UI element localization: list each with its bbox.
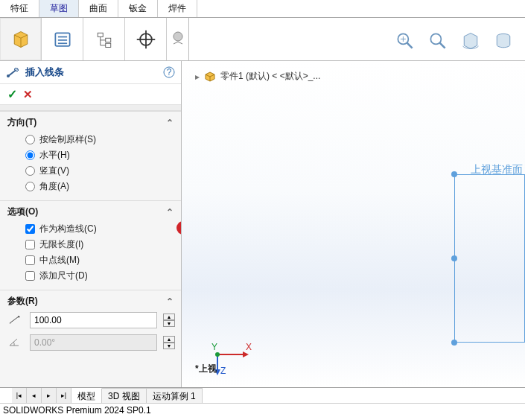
chevron-up-icon: ⌃ — [166, 296, 174, 307]
spin-down: ▼ — [163, 343, 175, 349]
svg-rect-5 — [105, 38, 110, 42]
part-icon — [204, 71, 216, 82]
tab-features[interactable]: 特征 — [0, 0, 39, 17]
svg-rect-4 — [98, 33, 103, 36]
check-midpoint-line[interactable]: 中点线(M) — [25, 252, 174, 268]
bottom-tab-3dview[interactable]: 3D 视图 — [102, 388, 147, 403]
svg-point-16 — [7, 74, 10, 77]
angle-icon — [6, 337, 24, 349]
chevron-up-icon: ⌃ — [166, 118, 174, 128]
plane-handle[interactable] — [451, 171, 457, 177]
svg-line-14 — [440, 42, 445, 48]
group-direction: 方向(T)⌃ 按绘制原样(S) 水平(H) 竖直(V) 角度(A) — [0, 111, 181, 200]
length-icon — [6, 314, 24, 327]
panel-title: 插入线条 — [25, 66, 64, 79]
svg-marker-20 — [243, 351, 249, 357]
panel-tab-overflow[interactable] — [167, 18, 189, 60]
tab-sheetmetal[interactable]: 钣金 — [118, 0, 158, 17]
graphics-area[interactable]: ▸ 零件1 (默认) < <默认>_... 上视基准面 X Z Y *上视 — [182, 61, 525, 387]
feature-tree-breadcrumb[interactable]: ▸ 零件1 (默认) < <默认>_... — [195, 70, 320, 83]
zoom-area-icon[interactable] — [427, 31, 449, 51]
tab-scroll-last[interactable]: ▸| — [57, 388, 71, 403]
svg-line-12 — [407, 42, 413, 48]
check-construction-line[interactable]: 作为构造线(C) 1 — [25, 221, 174, 237]
bottom-tab-model[interactable]: 模型 — [71, 388, 102, 403]
property-manager: 插入线条 ? ✓ ✕ 方向(T)⌃ 按绘制原样(S) 水平(H) 竖直(V) 角… — [0, 61, 182, 387]
plane-outline[interactable] — [454, 174, 525, 343]
panel-tab-configurations[interactable] — [83, 18, 125, 60]
svg-rect-6 — [105, 43, 110, 47]
view-toolbar — [394, 18, 525, 60]
spin-down[interactable]: ▼ — [163, 320, 175, 327]
svg-point-13 — [430, 34, 441, 44]
plane-handle[interactable] — [451, 255, 457, 261]
status-bar: SOLIDWORKS Premium 2024 SP0.1 — [0, 403, 525, 419]
line-tool-icon — [6, 66, 19, 78]
group-options-header[interactable]: 选项(O)⌃ — [0, 201, 181, 220]
expand-icon[interactable]: ▸ — [195, 71, 200, 82]
zoom-fit-icon[interactable] — [394, 31, 416, 51]
side-panel-tabs — [0, 18, 525, 61]
help-icon[interactable]: ? — [163, 66, 175, 78]
panel-tab-propertymanager[interactable] — [42, 18, 83, 60]
chevron-icon — [171, 31, 185, 48]
check-add-dimension[interactable]: 添加尺寸(D) — [25, 268, 174, 284]
command-manager-tabs: 特征 草图 曲面 钣金 焊件 — [0, 0, 525, 18]
list-icon — [51, 29, 74, 50]
spin-up[interactable]: ▲ — [163, 314, 175, 320]
spin-up: ▲ — [163, 336, 175, 343]
cube-icon — [10, 29, 32, 50]
tab-weldments[interactable]: 焊件 — [158, 0, 197, 17]
ok-button[interactable]: ✓ — [7, 87, 17, 101]
radio-horizontal[interactable]: 水平(H) — [25, 147, 174, 163]
target-icon — [135, 29, 157, 50]
view-orientation-label: *上视 — [195, 363, 217, 375]
bottom-tab-motion[interactable]: 运动算例 1 — [147, 388, 203, 403]
group-parameters: 参数(R)⌃ ▲▼ ▲▼ — [0, 290, 181, 354]
svg-text:X: X — [246, 342, 252, 352]
angle-input — [30, 334, 157, 351]
check-infinite-length[interactable]: 无限长度(I) — [25, 237, 174, 252]
svg-text:Z: Z — [220, 366, 226, 375]
plane-handle[interactable] — [451, 340, 457, 346]
chevron-up-icon: ⌃ — [166, 207, 174, 217]
radio-angle[interactable]: 角度(A) — [25, 179, 174, 194]
tab-surfaces[interactable]: 曲面 — [79, 0, 118, 17]
radio-as-sketched[interactable]: 按绘制原样(S) — [25, 132, 174, 147]
tab-scroll-next[interactable]: ▸ — [42, 388, 57, 403]
svg-point-10 — [174, 32, 182, 41]
bottom-tabs: |◂ ◂ ▸ ▸| 模型 3D 视图 运动算例 1 — [0, 387, 525, 403]
panel-tab-featuremanager[interactable] — [0, 18, 42, 60]
tab-scroll-first[interactable]: |◂ — [12, 388, 27, 403]
svg-text:?: ? — [167, 67, 172, 77]
rotate-view-icon[interactable] — [459, 31, 482, 51]
group-parameters-header[interactable]: 参数(R)⌃ — [0, 290, 181, 309]
radio-vertical[interactable]: 竖直(V) — [25, 163, 174, 179]
section-view-icon[interactable] — [492, 31, 515, 51]
svg-text:Y: Y — [211, 342, 217, 352]
group-options: 选项(O)⌃ 作为构造线(C) 1 无限长度(I) 中点线(M) 添加尺寸(D) — [0, 200, 181, 290]
tab-sketch[interactable]: 草图 — [39, 0, 79, 17]
callout-badge: 1 — [176, 221, 181, 235]
length-input[interactable] — [30, 312, 157, 328]
cancel-button[interactable]: ✕ — [23, 88, 33, 101]
panel-tab-dimxpert[interactable] — [125, 18, 167, 60]
tree-icon — [93, 29, 115, 50]
tab-scroll-prev[interactable]: ◂ — [27, 388, 42, 403]
svg-point-25 — [215, 352, 220, 357]
group-direction-header[interactable]: 方向(T)⌃ — [0, 112, 181, 130]
